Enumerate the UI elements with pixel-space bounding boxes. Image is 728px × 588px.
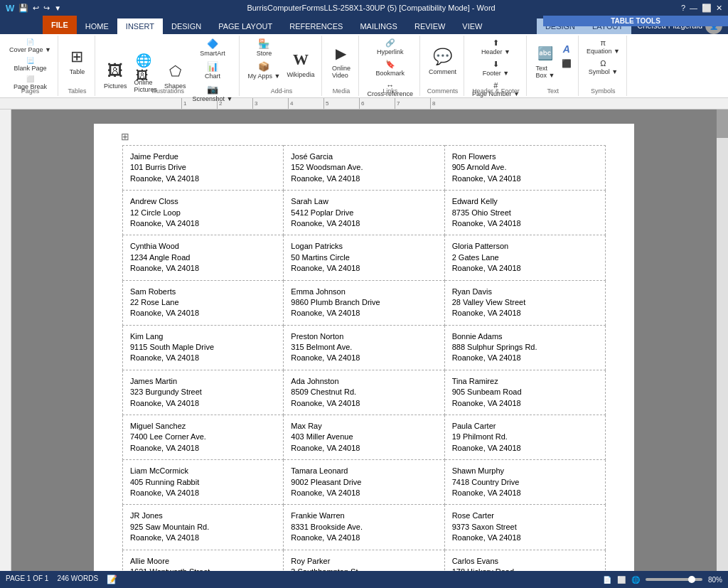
person-addr2: Roanoke, VA 24018 [291, 488, 437, 498]
ribbon-bar: 📄 Cover Page ▼ 📃 Blank Page ⬜ Page Break… [0, 34, 728, 98]
doc-page: ⊞ Jaime Perdue101 Burris DriveRoanoke, V… [94, 124, 634, 571]
table-row: Kim Lang9115 South Maple DriveRoanoke, V… [123, 325, 606, 370]
zoom-level: 80% [708, 576, 722, 584]
person-name: Carlos Evans [452, 556, 598, 567]
person-addr2: Roanoke, VA 24018 [130, 443, 276, 454]
comment-icon: 💬 [432, 47, 452, 67]
table-cell: Jaime Perdue101 Burris DriveRoanoke, VA … [123, 146, 284, 191]
btn-cover-page[interactable]: 📄 Cover Page ▼ [7, 37, 53, 55]
person-addr1: 12 Circle Loop [130, 208, 276, 218]
btn-online-video[interactable]: ▶ OnlineVideo [328, 42, 354, 80]
table-row: Cynthia Wood1234 Angle RoadRoanoke, VA 2… [123, 235, 606, 280]
table-cell: Bonnie Adams888 Sulphur Springs Rd.Roano… [444, 325, 605, 370]
btn-equation[interactable]: π Equation ▼ [584, 37, 622, 56]
btn-table[interactable]: ⊞ Table [64, 46, 90, 77]
close-button[interactable]: ✕ [716, 4, 722, 13]
zoom-slider[interactable] [646, 578, 702, 581]
table-row: Sam Roberts22 Rose LaneRoanoke, VA 24018… [123, 280, 606, 325]
tab-page-layout[interactable]: PAGE LAYOUT [210, 18, 281, 34]
person-name: Ron Flowers [452, 151, 598, 162]
btn-store[interactable]: 🏪 Store [245, 37, 282, 58]
btn-chart[interactable]: 📊 Chart [191, 60, 235, 81]
scrollbar-vertical[interactable] [717, 109, 728, 571]
symbol-icon: Ω [600, 59, 606, 68]
person-addr1: 888 Sulphur Springs Rd. [452, 342, 598, 353]
view-web-icon[interactable]: 🌐 [631, 576, 640, 584]
tab-insert[interactable]: INSERT [117, 18, 163, 34]
page-indicator: PAGE 1 OF 1 [6, 574, 48, 584]
table-marker[interactable]: ⊞ [121, 131, 129, 142]
table-cell: Gloria Patterson2 Gates LaneRoanoke, VA … [444, 235, 605, 280]
illustrations-label: Illustrations [97, 87, 240, 95]
table-row: Allie Moore1621 Wentworth StreetRoanoke,… [123, 550, 606, 571]
table-cell: JR Jones925 Saw Mountain Rd.Roanoke, VA … [123, 505, 284, 550]
btn-shapes[interactable]: ⬠ Shapes [161, 60, 189, 91]
scrollbar-thumb[interactable] [717, 109, 728, 138]
table-cell: Edward Kelly8735 Ohio StreetRoanoke, VA … [444, 191, 605, 235]
btn-wikipedia[interactable]: W Wikipedia [284, 48, 317, 80]
person-addr1: 7418 Country Drive [452, 477, 598, 488]
table-cell: Ryan Davis28 Valley View StreetRoanoke, … [444, 280, 605, 325]
person-addr1: 2 Gates Lane [452, 252, 598, 263]
btn-smartart[interactable]: 🔷 SmartArt [191, 37, 235, 58]
person-addr1: 7400 Lee Corner Ave. [130, 432, 276, 442]
table-cell: Preston Norton315 Belmont Ave.Roanoke, V… [284, 325, 444, 370]
btn-symbol[interactable]: Ω Symbol ▼ [584, 58, 622, 77]
btn-pictures[interactable]: 🖼 Pictures [101, 60, 130, 91]
person-addr2: Roanoke, VA 24018 [452, 488, 598, 498]
btn-hyperlink[interactable]: 🔗 Hyperlink [365, 37, 415, 57]
symbols-label: Symbols [580, 87, 626, 95]
btn-header[interactable]: ⬆ Header ▼ [470, 37, 522, 57]
help-button[interactable]: ? [681, 4, 685, 12]
btn-my-apps[interactable]: 📦 My Apps ▼ [245, 60, 282, 81]
page-break-icon: ⬜ [26, 75, 34, 82]
title-bar-left: W 💾 ↩ ↪ ▼ [6, 3, 61, 14]
person-addr1: 405 Running Rabbit [130, 477, 276, 488]
doc-container[interactable]: ⊞ Jaime Perdue101 Burris DriveRoanoke, V… [11, 109, 717, 571]
ribbon-group-links: 🔗 Hyperlink 🔖 Bookmark ↔ Cross-reference… [360, 36, 420, 96]
btn-comment[interactable]: 💬 Comment [426, 46, 459, 77]
table-cell: Carlos Evans178 Hickory RoadRoanoke, VA … [444, 550, 605, 571]
links-label: Links [360, 87, 419, 95]
view-fullscreen-icon[interactable]: ⬜ [617, 576, 626, 584]
ribbon-group-symbols: π Equation ▼ Ω Symbol ▼ Symbols [580, 36, 627, 96]
addins-label: Add-ins [241, 87, 321, 95]
quick-customize[interactable]: ▼ [54, 4, 61, 12]
btn-wordart[interactable]: A [560, 42, 574, 56]
equation-icon: π [601, 38, 606, 47]
btn-bookmark[interactable]: 🔖 Bookmark [365, 58, 415, 78]
tab-mailings[interactable]: MAILINGS [351, 18, 406, 34]
minimize-button[interactable]: — [690, 4, 697, 12]
restore-button[interactable]: ⬜ [702, 4, 712, 13]
table-cell: Liam McCormick405 Running RabbitRoanoke,… [123, 460, 284, 505]
zoom-thumb[interactable] [688, 576, 695, 583]
person-addr1: 8735 Ohio Street [452, 208, 598, 218]
btn-blank-page[interactable]: 📃 Blank Page [7, 55, 53, 73]
tab-review[interactable]: REVIEW [406, 18, 454, 34]
person-addr1: 5412 Poplar Drive [291, 208, 437, 218]
tab-file[interactable]: FILE [43, 16, 77, 34]
bookmark-icon: 🔖 [385, 60, 395, 69]
header-footer-label: Header & Footer [466, 87, 526, 95]
online-pictures-icon: 🌐🖼 [136, 58, 156, 77]
person-addr2: Roanoke, VA 24018 [291, 398, 437, 409]
person-name: Miguel Sanchez [130, 421, 276, 432]
person-addr2: Roanoke, VA 24018 [291, 263, 437, 274]
person-addr1: 8509 Chestnut Rd. [291, 387, 437, 397]
table-cell: Kim Lang9115 South Maple DriveRoanoke, V… [123, 325, 284, 370]
quick-save[interactable]: 💾 [18, 4, 28, 13]
btn-text-box[interactable]: 🔤 TextBox ▼ [532, 42, 558, 80]
quick-redo[interactable]: ↪ [43, 4, 50, 13]
tab-references[interactable]: REFERENCES [281, 18, 351, 34]
view-print-icon[interactable]: 📄 [603, 576, 611, 584]
person-addr1: 19 Philmont Rd. [452, 432, 598, 442]
quick-undo[interactable]: ↩ [33, 4, 39, 13]
table-cell: Paula Carter19 Philmont Rd.Roanoke, VA 2… [444, 415, 605, 460]
tab-view[interactable]: VIEW [454, 18, 491, 34]
tab-design[interactable]: DESIGN [163, 18, 210, 34]
person-addr2: Roanoke, VA 24018 [291, 308, 437, 319]
group-tables-content: ⊞ Table [64, 37, 90, 95]
tab-home[interactable]: HOME [77, 18, 117, 34]
btn-footer[interactable]: ⬇ Footer ▼ [470, 58, 522, 78]
btn-dropcap[interactable]: ⬛ [560, 58, 574, 70]
